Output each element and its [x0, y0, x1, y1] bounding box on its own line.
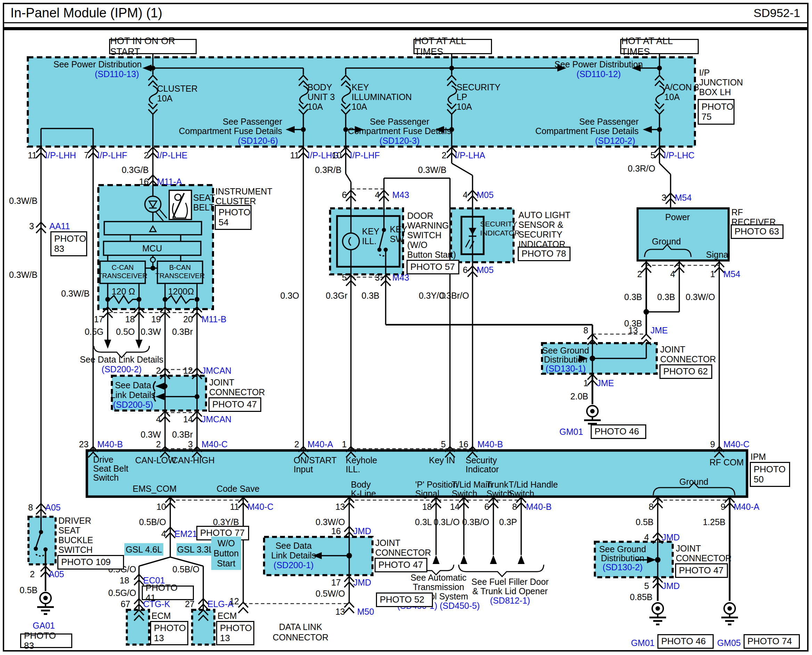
- photo-ref-box[interactable]: PHOTO 41: [142, 586, 194, 600]
- reference-label[interactable]: (SD130-2): [602, 563, 643, 572]
- photo-ref-box[interactable]: PHOTO 109: [57, 555, 124, 570]
- variant-tag: GSL 4.6L: [125, 543, 163, 556]
- photo-ref-box[interactable]: PHOTO13: [216, 621, 254, 645]
- reference-label: GM01: [631, 638, 655, 647]
- diagram-label: See Passenger: [223, 117, 282, 126]
- diagram-label: Link Details: [111, 391, 155, 400]
- diagram-label: 18: [125, 315, 135, 324]
- ground-gm01-b: [649, 603, 666, 624]
- photo-ref-box[interactable]: PHOTO50: [750, 462, 790, 487]
- diagram-label: See Passenger: [579, 117, 639, 126]
- reference-label[interactable]: (SD110-12): [576, 69, 621, 78]
- photo-ref-box[interactable]: PHOTO 46: [657, 634, 714, 649]
- diagram-label: CLUSTER: [157, 84, 198, 93]
- diagram-label: 0.3Br: [172, 327, 193, 336]
- diagram-label: 0.5G/O: [108, 588, 136, 597]
- diagram-label: See Ground: [599, 544, 646, 554]
- reference-label: EM21: [174, 529, 197, 538]
- photo-ref-box[interactable]: PHOTO 63: [731, 224, 784, 239]
- diagram-label: DOOR: [407, 211, 433, 220]
- reference-label: JMD: [662, 533, 679, 542]
- reference-label[interactable]: (SD200-5): [113, 400, 153, 409]
- photo-ref-text: PHOTO: [753, 464, 786, 474]
- reference-label[interactable]: (SD120-6): [238, 136, 278, 145]
- photo-ref-box[interactable]: PHOTO 47: [374, 558, 427, 572]
- reference-label: JME: [596, 378, 614, 387]
- diagram-label: 67: [120, 600, 130, 609]
- reference-label[interactable]: (SD120-3): [379, 136, 419, 145]
- diagram-label: 10: [332, 151, 342, 160]
- photo-ref-box[interactable]: PHOTO75: [698, 99, 735, 125]
- diagram-label: Distribution: [544, 355, 587, 364]
- diagram-label: 0.3B: [657, 292, 675, 301]
- diagram-label: Switch: [487, 489, 512, 498]
- diagram-label: & Trunk Lid Opener: [473, 587, 548, 596]
- ground-gm01-a: [584, 406, 601, 427]
- diagram-label: 0.5B: [20, 586, 37, 595]
- photo-ref-box[interactable]: PHOTO 78: [518, 247, 570, 261]
- reference-label[interactable]: (SD200-1): [273, 561, 313, 570]
- diagram-label: 2.0B: [570, 392, 588, 401]
- diagram-label: 5: [644, 581, 649, 590]
- diagram-label: 0.3W/B: [61, 289, 89, 298]
- diagram-label: 18: [422, 502, 432, 511]
- diagram-label: 0.3W/O: [316, 517, 345, 526]
- diagram-label: 1.25B: [703, 517, 726, 526]
- diagram-label: 13: [335, 502, 345, 511]
- photo-ref-box[interactable]: PHOTO 52: [376, 592, 433, 607]
- diagram-label: 4: [670, 269, 675, 278]
- photo-ref-box[interactable]: PHOTO 74: [744, 634, 800, 649]
- diagram-label: 0.3W/B: [9, 196, 37, 205]
- reference-label[interactable]: (SD200-2): [102, 364, 142, 374]
- reference-label: I/P-LHH: [45, 151, 76, 160]
- reference-label: I/P-LHF: [97, 151, 127, 160]
- diagram-label: 0.3Y/B: [213, 517, 239, 526]
- diagram-label: 3: [188, 440, 193, 449]
- photo-ref-box[interactable]: PHOTO13: [150, 621, 188, 645]
- diagram-label: 11: [28, 151, 37, 160]
- diagram-label: B-CAN: [169, 264, 191, 271]
- diagram-label: ILL.: [346, 465, 360, 474]
- reference-label[interactable]: (SD120-2): [595, 136, 635, 145]
- photo-ref-box[interactable]: PHOTO 83: [20, 633, 72, 648]
- photo-ref-text: PHOTO 46: [661, 636, 710, 646]
- reference-label: GA01: [33, 621, 55, 630]
- diagram-label: CAN-LOW: [135, 456, 176, 465]
- reference-label: M11-A: [157, 177, 182, 186]
- diagram-label: 0.5B/O: [173, 565, 199, 574]
- diagram-label: JOINT: [676, 544, 701, 553]
- photo-ref-text: PHOTO 47: [212, 400, 257, 409]
- reference-label[interactable]: (SD110-13): [95, 69, 139, 78]
- diagram-label: Distribution: [601, 554, 644, 563]
- diagram-label: CONNECTOR: [676, 554, 732, 563]
- diagram-label: SECURITY: [456, 83, 500, 92]
- photo-ref-text: 50: [753, 474, 786, 484]
- diagram-label: ILL.: [362, 237, 377, 246]
- diagram-label: C-CAN: [111, 264, 133, 271]
- diagram-label: KEY: [351, 83, 369, 92]
- diagram-label: UNIT 3: [308, 92, 335, 101]
- diagram-label: SECURITY: [480, 220, 517, 228]
- photo-ref-box[interactable]: PHOTO54: [215, 205, 251, 230]
- photo-ref-text: PHOTO 63: [735, 226, 780, 237]
- photo-ref-box[interactable]: PHOTO 62: [659, 364, 712, 379]
- diagram-label: Ground: [652, 237, 681, 246]
- diagram-label: CAN-HIGH: [172, 456, 215, 465]
- diagram-label: Switch: [93, 473, 119, 482]
- photo-ref-box[interactable]: PHOTO83: [50, 231, 87, 256]
- diagram-label: 5: [441, 440, 446, 449]
- reference-label: JMCAN: [202, 415, 231, 424]
- diagram-label: IPM: [750, 452, 766, 461]
- photo-ref-box[interactable]: PHOTO 46: [591, 424, 646, 439]
- reference-label[interactable]: (SD812-1): [490, 596, 530, 605]
- photo-ref-box[interactable]: PHOTO 47: [675, 563, 728, 578]
- reference-label: M40-B: [478, 440, 503, 449]
- reference-label: I/P-LHC: [664, 151, 695, 160]
- photo-ref-box[interactable]: PHOTO 57: [407, 260, 459, 274]
- diagram-label: See Fuel Filler Door: [471, 577, 549, 586]
- diagram-label: ECM: [217, 611, 237, 620]
- photo-ref-box[interactable]: PHOTO 47: [208, 397, 261, 412]
- diagram-label: Seat Belt: [93, 464, 128, 473]
- variant-tag: W/O Button Start: [211, 537, 241, 570]
- reference-label[interactable]: (SD130-1): [545, 364, 586, 373]
